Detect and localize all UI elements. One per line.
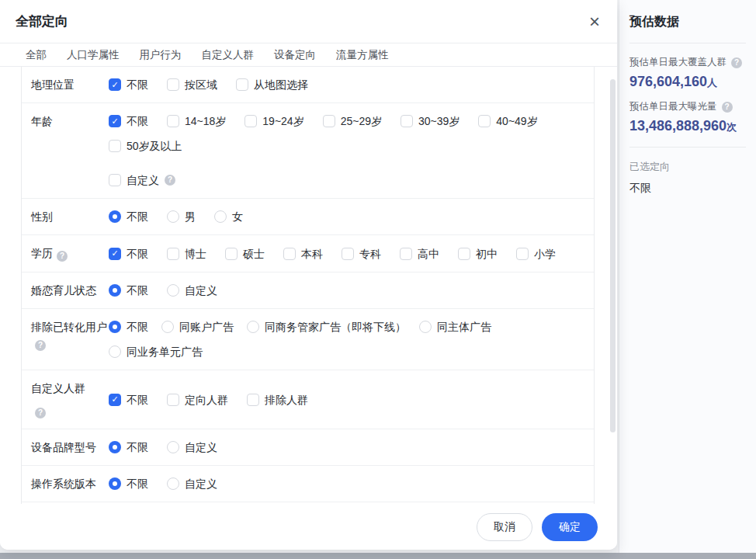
selected-targeting-value: 不限 [629,182,746,196]
option-radio[interactable]: 自定义 [167,283,217,298]
targeting-row: 操作系统版本不限自定义 [22,466,594,502]
tab-bar: 全部人口学属性用户行为自定义人群设备定向流量方属性 [0,43,617,67]
option-checkbox[interactable]: ✓不限 [109,77,148,92]
radio-icon[interactable] [109,345,121,358]
targeting-row: 年龄✓不限14~18岁19~24岁25~29岁30~39岁40~49岁50岁及以… [22,103,594,199]
tab-5[interactable]: 流量方属性 [336,48,389,62]
option-checkbox[interactable]: ✓不限 [109,246,148,262]
option-checkbox[interactable]: 高中 [400,246,439,262]
radio-icon[interactable] [419,321,432,333]
option-checkbox[interactable]: 14~18岁 [167,113,226,129]
option-radio[interactable]: 同主体广告 [419,319,491,335]
checkbox-checked-icon[interactable]: ✓ [109,115,121,127]
radio-icon[interactable] [161,321,174,333]
targeting-row: 自定义人群?✓不限定向人群排除人群 [22,370,594,429]
option-radio[interactable]: 不限 [109,209,148,224]
option-checkbox[interactable]: ✓不限 [109,392,148,408]
metric-label-text: 预估单日最大覆盖人群 [629,56,727,69]
option-radio[interactable]: 女 [214,209,243,224]
divider [629,43,746,43]
metric-value: 976,604,160人 [629,74,746,90]
tab-1[interactable]: 人口学属性 [67,48,120,62]
radio-icon[interactable] [247,321,259,333]
option-label: 排除人群 [265,392,308,408]
option-checkbox[interactable]: 博士 [167,246,206,262]
checkbox-icon[interactable] [458,248,470,260]
option-radio[interactable]: 不限 [109,439,148,455]
checkbox-icon[interactable] [167,248,179,260]
checkbox-icon[interactable] [167,394,179,406]
radio-selected-icon[interactable] [109,210,121,223]
checkbox-icon[interactable] [323,115,335,127]
checkbox-icon[interactable] [283,248,296,260]
checkbox-icon[interactable] [516,248,529,260]
radio-selected-icon[interactable] [109,441,121,453]
checkbox-checked-icon[interactable]: ✓ [109,394,121,406]
option-radio[interactable]: 自定义 [167,476,217,491]
tab-2[interactable]: 用户行为 [140,48,182,62]
row-label: 排除已转化用户? [31,319,109,359]
option-checkbox[interactable]: 定向人群 [167,392,228,408]
option-label: 同主体广告 [437,319,491,335]
estimate-metrics: 预估单日最大覆盖人群?976,604,160人预估单日最大曝光量?13,486,… [629,56,746,134]
checkbox-icon[interactable] [244,115,257,127]
checkbox-icon[interactable] [478,115,491,127]
option-checkbox[interactable]: 自定义? [109,172,175,188]
confirm-button[interactable]: 确定 [542,513,598,541]
option-radio[interactable]: 不限 [109,319,148,335]
tab-3[interactable]: 自定义人群 [202,48,255,62]
option-radio[interactable]: 男 [167,209,196,224]
tab-4[interactable]: 设备定向 [274,48,316,62]
radio-icon[interactable] [167,441,179,453]
metric-number: 13,486,888,960 [629,118,727,134]
cancel-button[interactable]: 取消 [477,513,532,541]
option-checkbox[interactable]: 40~49岁 [478,113,537,129]
scrollbar-thumb[interactable] [610,79,616,432]
option-checkbox[interactable]: 专科 [342,246,381,262]
radio-icon[interactable] [167,477,179,490]
radio-icon[interactable] [167,284,179,297]
option-checkbox[interactable]: 19~24岁 [244,113,303,129]
row-label: 设备品牌型号 [31,439,109,455]
checkbox-icon[interactable] [247,394,259,406]
checkbox-icon[interactable] [401,115,413,127]
option-checkbox[interactable]: 50岁及以上 [109,138,182,154]
option-checkbox[interactable]: 按区域 [167,77,217,92]
option-label: 小学 [534,246,556,262]
option-checkbox[interactable]: 从地图选择 [236,77,308,92]
option-checkbox[interactable]: 初中 [458,246,498,262]
checkbox-icon[interactable] [109,140,121,152]
tab-0[interactable]: 全部 [26,48,47,62]
checkbox-checked-icon[interactable]: ✓ [109,78,121,91]
radio-icon[interactable] [214,210,227,223]
option-radio[interactable]: 自定义 [167,439,217,455]
radio-selected-icon[interactable] [109,477,121,490]
checkbox-checked-icon[interactable]: ✓ [109,248,121,260]
option-radio[interactable]: 同商务管家广告（即将下线） [247,319,406,335]
option-checkbox[interactable]: 硕士 [225,246,265,262]
option-checkbox[interactable]: 排除人群 [247,392,308,408]
checkbox-icon[interactable] [225,248,238,260]
option-checkbox[interactable]: ✓不限 [109,113,148,129]
targeting-row: 性别不限男女 [22,199,594,235]
checkbox-icon[interactable] [236,78,248,91]
option-radio[interactable]: 同业务单元广告 [109,344,203,359]
radio-icon[interactable] [167,210,179,223]
checkbox-icon[interactable] [342,248,354,260]
metric-label: 预估单日最大覆盖人群? [629,56,746,69]
option-radio[interactable]: 不限 [109,476,148,491]
option-radio[interactable]: 不限 [109,283,148,298]
option-checkbox[interactable]: 30~39岁 [401,113,459,129]
option-checkbox[interactable]: 本科 [283,246,323,262]
radio-selected-icon[interactable] [109,284,121,297]
label-help-row: ? [31,402,109,418]
checkbox-icon[interactable] [167,78,179,91]
option-checkbox[interactable]: 25~29岁 [323,113,382,129]
checkbox-icon[interactable] [167,115,179,127]
checkbox-icon[interactable] [400,248,412,260]
option-checkbox[interactable]: 小学 [516,246,556,262]
close-icon[interactable]: × [588,12,602,31]
option-radio[interactable]: 同账户广告 [161,319,234,335]
radio-selected-icon[interactable] [109,321,121,333]
checkbox-icon[interactable] [109,174,121,186]
